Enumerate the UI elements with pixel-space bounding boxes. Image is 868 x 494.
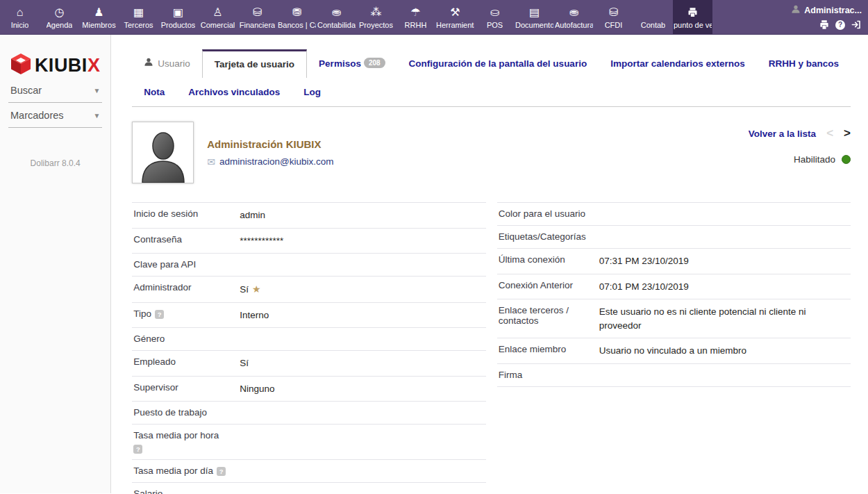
menu-item-comercial[interactable]: ♙ Comercial: [198, 0, 237, 34]
menu-item-documentos[interactable]: ▤ Documentos: [515, 0, 554, 34]
menu-label: Documentos: [515, 21, 553, 29]
tab-rrhh-y-bancos[interactable]: RRHH y bancos: [757, 49, 851, 78]
field-row-supervisor: Supervisor Ninguno: [132, 377, 485, 402]
tab-nota[interactable]: Nota: [132, 78, 176, 106]
menu-label: Terceros: [124, 21, 153, 29]
accounting-icon: ⛂: [332, 6, 341, 19]
menu-label: Financiera: [240, 21, 275, 29]
menu-item-agenda[interactable]: ◷ Agenda: [40, 0, 79, 34]
tab-tarjeta-de-usuario[interactable]: Tarjeta de usuario: [202, 49, 307, 78]
field-row-enlace-terceros: Enlace terceros / contactos Este usuario…: [497, 299, 851, 338]
menu-label: POS: [487, 21, 503, 29]
menu-item-financiera[interactable]: ⛁ Financiera: [237, 0, 277, 34]
menu-item-autofactura[interactable]: ⛂ Autofactura: [554, 0, 594, 34]
help-badge-icon: ?: [133, 445, 142, 454]
field-row-puesto: Puesto de trabajo: [132, 402, 485, 425]
tab-permisos[interactable]: Permisos208: [307, 49, 397, 78]
documents-icon: ▤: [529, 6, 540, 19]
menu-label: Miembros: [82, 21, 115, 29]
current-user-label: Administrac...: [804, 6, 862, 15]
back-to-list-link[interactable]: Volver a la lista: [749, 129, 816, 139]
user-bust-icon: [144, 49, 153, 78]
search-dropdown[interactable]: Buscar ▼: [8, 78, 102, 103]
help-icon[interactable]: ?: [835, 20, 845, 30]
field-row-tipo: Tipo? Interno: [132, 303, 485, 329]
menu-item-bancos[interactable]: ⛃ Bancos | Caja: [277, 0, 317, 34]
tab-configuracion-pantalla[interactable]: Configuración de la pantalla del usuario: [397, 49, 599, 78]
user-fullname: Administración KIUBIX: [207, 138, 333, 150]
menu-label: Autofactura: [555, 21, 593, 29]
tab-log[interactable]: Log: [292, 78, 333, 106]
prev-record-arrow: <: [826, 126, 833, 140]
user-email-link[interactable]: ✉ administracion@kiubix.com: [207, 156, 333, 167]
bank-icon: ⛃: [292, 6, 301, 19]
fields-table-left: Inicio de sesión admin Contraseña ******…: [132, 202, 485, 494]
top-menubar: ⌂ Inicio ◷ Agenda ♟ Miembros ▦ Terceros …: [0, 0, 868, 35]
members-icon: ♟: [94, 6, 103, 19]
help-badge-icon: ?: [217, 467, 226, 476]
menu-item-contab[interactable]: Contab: [633, 0, 673, 34]
menu-label: Contabilidad: [317, 21, 356, 29]
commercial-icon: ♙: [212, 6, 222, 19]
menu-item-proyectos[interactable]: ⁂ Proyectos: [356, 0, 396, 34]
left-sidebar: KIUBIX Buscar ▼ Marcadores ▼ Dolibarr 8.…: [0, 35, 111, 493]
search-label: Buscar: [10, 85, 42, 96]
menu-label: Herramientas: [436, 21, 474, 29]
print-icon[interactable]: [819, 19, 830, 30]
field-row-tasa-hora: Tasa media por hora?: [132, 425, 485, 460]
tabs-divider: [132, 106, 851, 107]
current-user-menu[interactable]: Administrac...: [791, 4, 862, 16]
field-row-login: Inicio de sesión admin: [132, 203, 485, 229]
menu-item-terceros[interactable]: ▦ Terceros: [119, 0, 158, 34]
projects-icon: ⁂: [371, 6, 382, 19]
menu-label: CFDI: [605, 21, 623, 29]
tab-archivos-vinculados[interactable]: Archivos vinculados: [176, 78, 292, 106]
menu-item-contabilidad[interactable]: ⛂ Contabilidad: [317, 0, 356, 34]
hrm-icon: ☂: [410, 6, 420, 19]
field-row-api-key: Clave para API: [132, 254, 485, 277]
agenda-clock-icon: ◷: [55, 6, 65, 19]
cfdi-icon: ⛁: [609, 6, 618, 19]
chevron-down-icon: ▼: [93, 112, 100, 120]
chevron-down-icon: ▼: [93, 87, 100, 94]
user-avatar: [132, 122, 194, 183]
menu-item-productos[interactable]: ▣ Productos: [158, 0, 198, 34]
menu-item-rrhh[interactable]: ☂ RRHH: [396, 0, 435, 34]
thirdparties-building-icon: ▦: [133, 6, 144, 19]
field-row-password: Contraseña ************: [132, 229, 485, 254]
topbar-action-icons: ?: [819, 19, 862, 30]
main-menu: ⌂ Inicio ◷ Agenda ♟ Miembros ▦ Terceros …: [0, 0, 712, 34]
menu-label: Contab: [641, 21, 665, 29]
menu-item-cfdi[interactable]: ⛁ CFDI: [594, 0, 633, 34]
logo-text: KIUBIX: [35, 55, 101, 76]
field-row-ultima-conexion: Última conexión 07:31 PM 23/10/2019: [497, 249, 851, 274]
admin-star-icon: ★: [252, 283, 261, 295]
menu-item-herramientas[interactable]: ⚒ Herramientas: [435, 0, 475, 34]
kiubix-logo[interactable]: KIUBIX: [0, 53, 110, 78]
menu-item-punto-de-venta[interactable]: punto de venta: [673, 0, 712, 34]
bookmarks-dropdown[interactable]: Marcadores ▼: [8, 103, 102, 128]
field-row-genero: Género: [132, 328, 485, 351]
permisos-count-badge: 208: [364, 58, 385, 68]
field-row-salario: Salario: [132, 483, 485, 494]
menu-label: Productos: [161, 21, 196, 29]
menu-item-pos[interactable]: ⛀ POS: [475, 0, 515, 34]
printer-pos-icon: [687, 6, 699, 19]
field-row-enlace-miembro: Enlace miembro Usuario no vinculado a un…: [497, 338, 851, 364]
menu-label: RRHH: [405, 21, 427, 29]
home-icon: ⌂: [17, 6, 24, 19]
next-record-arrow[interactable]: >: [844, 126, 851, 140]
menu-item-miembros[interactable]: ♟ Miembros: [79, 0, 119, 34]
user-bust-icon: [791, 4, 801, 16]
menu-label: Bancos | Caja: [278, 21, 316, 29]
field-row-tasa-dia: Tasa media por día?: [132, 460, 485, 483]
main-content: Usuario Tarjeta de usuario Permisos208 C…: [111, 35, 868, 493]
menu-item-inicio[interactable]: ⌂ Inicio: [0, 0, 40, 34]
logout-icon[interactable]: [851, 19, 862, 30]
field-row-etiquetas: Etiquetas/Categorías: [497, 226, 851, 249]
field-row-administrador: Administrador Sí★: [132, 277, 485, 303]
fields-table-right: Color para el usuario Etiquetas/Categorí…: [497, 202, 851, 494]
user-profile-header: Administración KIUBIX ✉ administracion@k…: [132, 122, 851, 183]
bookmarks-label: Marcadores: [10, 110, 64, 121]
tab-importar-calendarios[interactable]: Importar calendarios externos: [599, 49, 757, 78]
